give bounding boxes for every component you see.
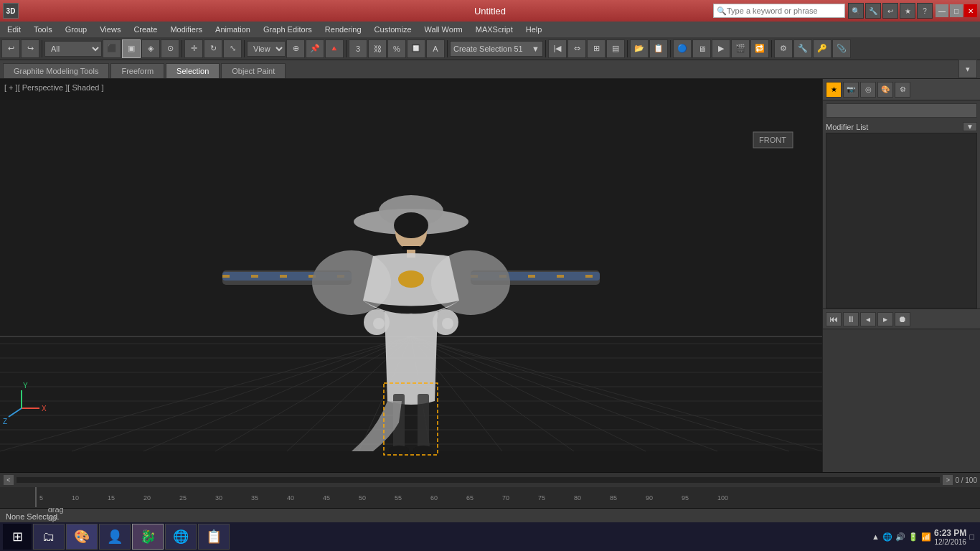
mirror-btn[interactable]: ⇔ xyxy=(567,39,586,58)
icon-btn-4[interactable]: ★ xyxy=(900,3,915,19)
icon-btn-2[interactable]: 🔧 xyxy=(865,3,881,19)
viewport-scene: X Y Z xyxy=(0,79,822,472)
title-bar: 3D Untitled 🔍 🔍 🔧 ↩ ★ ? — □ ✕ xyxy=(0,0,980,22)
search-input[interactable] xyxy=(727,6,842,15)
select-lasso-btn[interactable]: ⊙ xyxy=(161,39,179,58)
redo-button[interactable]: ↪ xyxy=(21,39,39,58)
motion-record[interactable]: ⏺ xyxy=(895,312,910,326)
icon-btn-1[interactable]: 🔍 xyxy=(848,3,864,19)
tab-freeform[interactable]: Freeform xyxy=(110,63,164,78)
sep-4 xyxy=(346,40,347,57)
panel-tab-paint[interactable]: 🎨 xyxy=(877,82,893,98)
named-sel-btn[interactable]: |◀ xyxy=(548,39,567,58)
tl-next-frame[interactable]: > xyxy=(942,474,953,486)
align-btn[interactable]: ▤ xyxy=(606,39,625,58)
move-btn[interactable]: ✛ xyxy=(184,39,203,58)
panel-tab-settings[interactable]: ⚙ xyxy=(895,82,910,98)
panel-tab-geo[interactable]: ◎ xyxy=(860,82,876,98)
render-btn[interactable]: ▶ xyxy=(712,39,730,58)
select-fence-btn[interactable]: ◈ xyxy=(141,39,160,58)
scale-btn[interactable]: ⤡ xyxy=(223,39,242,58)
render-last-btn[interactable]: 🔁 xyxy=(750,39,769,58)
motion-step-fwd[interactable]: ▸ xyxy=(877,312,893,326)
menu-help[interactable]: Help xyxy=(520,24,548,35)
taskbar-app-1[interactable]: 🗂 xyxy=(33,524,65,550)
tab-graphite[interactable]: Graphite Modeling Tools xyxy=(3,63,109,78)
svg-point-54 xyxy=(373,318,385,329)
rotate-btn[interactable]: ↻ xyxy=(204,39,222,58)
none-selected-bar: None Selected xyxy=(0,508,980,524)
icon-btn-5[interactable]: ? xyxy=(917,3,933,19)
close-button[interactable]: ✕ xyxy=(964,4,977,17)
network-icon: 🌐 xyxy=(882,532,892,542)
taskbar-app-2[interactable]: 🎨 xyxy=(66,524,98,550)
panel-tab-camera[interactable]: 📷 xyxy=(843,82,859,98)
viewport[interactable]: [ + ][ Perspective ][ Shaded ] xyxy=(0,79,822,472)
layers2-btn[interactable]: 📋 xyxy=(649,39,668,58)
motion-step-back[interactable]: ◂ xyxy=(860,312,876,326)
tab-extra-btn[interactable]: ▾ xyxy=(958,60,977,78)
menu-rendering[interactable]: Rendering xyxy=(319,24,367,35)
menu-maxscript[interactable]: MAXScript xyxy=(470,24,519,35)
menu-edit[interactable]: Edit xyxy=(1,24,27,35)
svg-rect-46 xyxy=(402,246,420,250)
menu-tools[interactable]: Tools xyxy=(28,24,58,35)
tl-progress-bar[interactable] xyxy=(16,476,941,484)
icon-btn-3[interactable]: ↩ xyxy=(882,3,898,19)
taskbar-app-4[interactable]: 🐉 xyxy=(132,524,164,550)
tl-frame-counter: 0 / 100 xyxy=(955,476,977,484)
modifier-list-dropdown[interactable]: ▼ xyxy=(963,122,977,131)
taskbar-app-3[interactable]: 👤 xyxy=(99,524,131,550)
notification-icon[interactable]: □ xyxy=(969,532,974,541)
object-name-field[interactable] xyxy=(826,103,977,118)
view-dropdown[interactable]: View xyxy=(247,41,286,57)
taskbar-app-6[interactable]: 📋 xyxy=(198,524,230,550)
tl-prev-frame[interactable]: < xyxy=(3,474,14,486)
spinner-btn[interactable]: 3 xyxy=(349,39,367,58)
array-btn[interactable]: ⊞ xyxy=(587,39,606,58)
menu-create[interactable]: Create xyxy=(128,24,163,35)
filter-dropdown[interactable]: All xyxy=(44,41,102,57)
settings-btn-2[interactable]: 🔧 xyxy=(793,39,812,58)
maximize-button[interactable]: □ xyxy=(950,4,963,17)
timeline-ruler[interactable]: 5 10 15 20 25 30 35 40 45 50 55 60 65 70… xyxy=(0,487,980,508)
start-button[interactable]: ⊞ xyxy=(3,524,32,550)
select-region-btn[interactable]: ▣ xyxy=(122,39,141,58)
text-btn[interactable]: A xyxy=(426,39,445,58)
menu-modifiers[interactable]: Modifiers xyxy=(164,24,208,35)
tab-selection[interactable]: Selection xyxy=(166,63,220,78)
menu-graph-editors[interactable]: Graph Editors xyxy=(258,24,318,35)
layers-btn[interactable]: 📂 xyxy=(630,39,649,58)
modeling-tabs: Graphite Modeling Tools Freeform Selecti… xyxy=(0,60,980,79)
menu-views[interactable]: Views xyxy=(94,24,126,35)
taskbar-app-5[interactable]: 🌐 xyxy=(165,524,197,550)
snap-btn[interactable]: 📌 xyxy=(306,39,324,58)
render-frame-btn[interactable]: 🎬 xyxy=(731,39,750,58)
panel-tab-motion[interactable]: ★ xyxy=(826,82,842,98)
svg-text:55: 55 xyxy=(395,494,402,501)
percent-btn[interactable]: % xyxy=(387,39,406,58)
menu-animation[interactable]: Animation xyxy=(209,24,256,35)
angle-snap-btn[interactable]: 🔺 xyxy=(325,39,344,58)
chain-btn[interactable]: ⛓ xyxy=(368,39,387,58)
pivot-btn[interactable]: ⊕ xyxy=(286,39,305,58)
material-btn[interactable]: 🔵 xyxy=(673,39,692,58)
undo-button[interactable]: ↩ xyxy=(1,39,20,58)
render-setup-btn[interactable]: 🖥 xyxy=(692,39,711,58)
motion-pause[interactable]: ⏸ xyxy=(843,312,859,326)
settings-btn-4[interactable]: 📎 xyxy=(832,39,851,58)
menu-wall-worm[interactable]: Wall Worm xyxy=(419,24,468,35)
coord-btn[interactable]: 🔲 xyxy=(407,39,425,58)
search-box[interactable]: 🔍 xyxy=(713,4,845,18)
tab-expand-btn[interactable]: ▾ xyxy=(958,60,977,78)
minimize-button[interactable]: — xyxy=(936,4,948,17)
tab-object-paint[interactable]: Object Paint xyxy=(221,63,286,78)
menu-group[interactable]: Group xyxy=(60,24,93,35)
select-object-btn[interactable]: ⬛ xyxy=(103,39,121,58)
create-selection-dropdown[interactable]: Create Selection 51 ▼ xyxy=(450,41,543,57)
menu-customize[interactable]: Customize xyxy=(369,24,418,35)
motion-rewind[interactable]: ⏮ xyxy=(826,312,842,326)
settings-btn-3[interactable]: 🔑 xyxy=(813,39,831,58)
sep-3 xyxy=(244,40,245,57)
settings-btn-1[interactable]: ⚙ xyxy=(774,39,793,58)
